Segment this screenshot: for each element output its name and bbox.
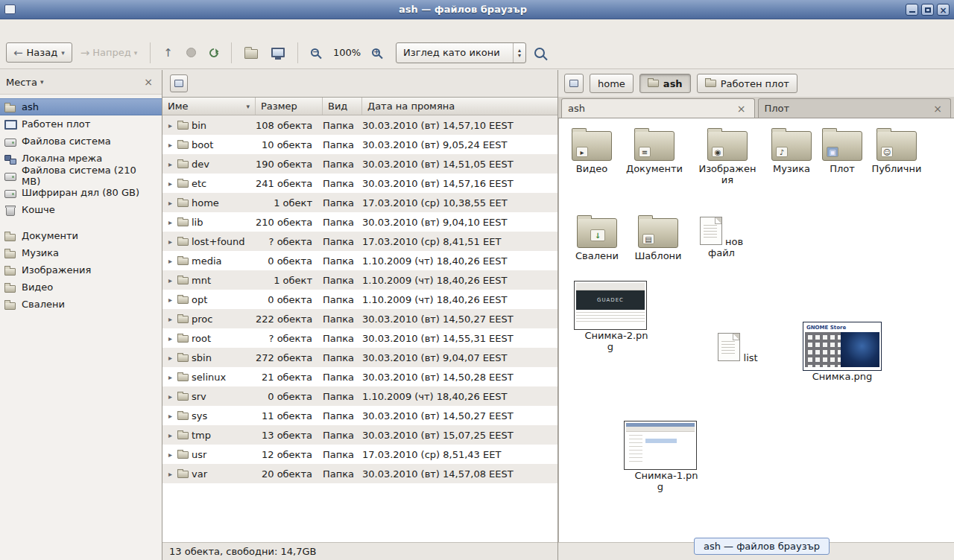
- file-row[interactable]: ▸ opt 0 обекта Папка 1.10.2009 (чт) 18,4…: [162, 290, 557, 309]
- close-button[interactable]: ×: [937, 4, 950, 16]
- expander-icon[interactable]: ▸: [166, 238, 174, 246]
- sidebar-item[interactable]: Файлова система (210 MB): [0, 167, 162, 184]
- expander-icon[interactable]: ▸: [166, 276, 174, 284]
- sidebar-item[interactable]: Кошче: [0, 201, 162, 218]
- folder-item-desktop[interactable]: Плот: [811, 131, 874, 174]
- file-row[interactable]: ▸ etc 241 обекта Папка 30.03.2010 (вт) 1…: [162, 174, 557, 193]
- expander-icon[interactable]: ▸: [166, 257, 174, 265]
- pane-tab[interactable]: ash ×: [561, 98, 755, 118]
- file-row[interactable]: ▸ bin 108 обекта Папка 30.03.2010 (вт) 1…: [162, 115, 557, 135]
- file-row[interactable]: ▸ selinux 21 обекта Папка 30.03.2010 (вт…: [162, 367, 557, 386]
- menu-item[interactable]: [16, 27, 30, 30]
- computer-button[interactable]: [266, 44, 290, 61]
- file-item-snimka-2[interactable]: GUADEC Снимка-2.png: [572, 281, 649, 352]
- menu-item[interactable]: [57, 27, 70, 30]
- file-row[interactable]: ▸ root ? обекта Папка 30.03.2010 (вт) 14…: [162, 328, 557, 348]
- folder-item-documents[interactable]: Документи: [623, 131, 686, 174]
- chevron-down-icon[interactable]: ▾: [40, 78, 141, 86]
- expander-icon[interactable]: ▸: [166, 121, 174, 130]
- zoom-out-button[interactable]: −: [306, 45, 327, 60]
- column-header-date[interactable]: Дата на промяна: [362, 98, 557, 115]
- folder-item-photos[interactable]: Изображения: [696, 131, 759, 185]
- file-row[interactable]: ▸ dev 190 обекта Папка 30.03.2010 (вт) 1…: [162, 154, 557, 174]
- folder-item-video[interactable]: Видео: [560, 131, 623, 174]
- sidebar-item[interactable]: Свалени: [0, 296, 162, 313]
- expander-icon[interactable]: ▸: [166, 373, 174, 381]
- expander-icon[interactable]: ▸: [166, 160, 174, 168]
- sidebar-item[interactable]: Документи: [0, 227, 162, 244]
- maximize-button[interactable]: [921, 4, 934, 16]
- up-button[interactable]: ↑: [158, 44, 178, 62]
- pane-tab-button[interactable]: [170, 74, 188, 92]
- expander-icon[interactable]: ▸: [166, 141, 174, 149]
- expander-icon[interactable]: ▸: [166, 199, 174, 207]
- spinner-arrows-icon[interactable]: ▴▾: [513, 43, 525, 63]
- search-button[interactable]: [529, 44, 553, 62]
- forward-button[interactable]: → Напред ▾: [75, 43, 143, 62]
- file-row[interactable]: ▸ lib 210 обекта Папка 30.03.2010 (вт) 9…: [162, 212, 557, 232]
- tab-close-icon[interactable]: ×: [735, 103, 748, 115]
- sidebar-item[interactable]: Видео: [0, 279, 162, 296]
- column-header-name[interactable]: Име ▾: [162, 98, 256, 115]
- back-button[interactable]: ← Назад ▾: [6, 42, 72, 63]
- tab-close-icon[interactable]: ×: [931, 103, 944, 115]
- expander-icon[interactable]: ▸: [166, 451, 174, 459]
- menu-item[interactable]: [70, 27, 83, 30]
- expander-icon[interactable]: ▸: [166, 334, 174, 343]
- expander-icon[interactable]: ▸: [166, 392, 174, 401]
- sidebar-item[interactable]: Изображения: [0, 261, 162, 279]
- column-header-size[interactable]: Размер: [256, 98, 323, 115]
- chevron-down-icon[interactable]: ▾: [61, 49, 65, 57]
- expander-icon[interactable]: ▸: [166, 412, 174, 420]
- path-button[interactable]: Работен плот: [697, 74, 797, 93]
- file-item-snimka[interactable]: GNOME Store Снимка.png: [801, 322, 883, 382]
- file-row[interactable]: ▸ media 0 обекта Папка 1.10.2009 (чт) 18…: [162, 251, 557, 270]
- minimize-button[interactable]: [906, 4, 918, 16]
- zoom-in-button[interactable]: +: [367, 45, 388, 60]
- file-row[interactable]: ▸ proc 222 обекта Папка 30.03.2010 (вт) …: [162, 309, 557, 328]
- stop-button[interactable]: [181, 44, 201, 61]
- file-row[interactable]: ▸ sbin 272 обекта Папка 30.03.2010 (вт) …: [162, 348, 557, 367]
- file-row[interactable]: ▸ usr 12 обекта Папка 17.03.2010 (ср) 8,…: [162, 445, 557, 464]
- folder-item-public[interactable]: Публични: [865, 131, 928, 174]
- folder-item-downloads[interactable]: Свалени: [566, 218, 628, 261]
- expander-icon[interactable]: ▸: [166, 431, 174, 439]
- sidebar-mode-select[interactable]: Места: [6, 77, 37, 88]
- sidebar-item[interactable]: ash: [0, 98, 162, 115]
- folder-item-templates[interactable]: Шаблони: [627, 218, 689, 261]
- file-row[interactable]: ▸ sys 11 обекта Папка 30.03.2010 (вт) 14…: [162, 406, 557, 425]
- menu-item[interactable]: [3, 27, 16, 30]
- menu-item[interactable]: [43, 27, 57, 30]
- file-row[interactable]: ▸ mnt 1 обект Папка 1.10.2009 (чт) 18,40…: [162, 270, 557, 290]
- path-button[interactable]: home: [590, 74, 634, 93]
- places-root-button[interactable]: [564, 74, 584, 93]
- expander-icon[interactable]: ▸: [166, 179, 174, 188]
- expander-icon[interactable]: ▸: [166, 218, 174, 226]
- sidebar-close-icon[interactable]: ×: [141, 76, 156, 88]
- pane-tab[interactable]: Плот ×: [758, 98, 952, 118]
- file-row[interactable]: ▸ home 1 обект Папка 17.03.2010 (ср) 10,…: [162, 193, 557, 212]
- sidebar-item[interactable]: Работен плот: [0, 115, 162, 133]
- expander-icon[interactable]: ▸: [166, 470, 174, 478]
- file-item-snimka-1[interactable]: Снимка-1.png: [622, 421, 699, 492]
- path-button[interactable]: ash: [639, 74, 691, 93]
- expander-icon[interactable]: ▸: [166, 354, 174, 362]
- reload-button[interactable]: [204, 45, 224, 61]
- file-item-new-file[interactable]: нов файл: [690, 217, 753, 258]
- file-row[interactable]: ▸ tmp 13 обекта Папка 30.03.2010 (вт) 15…: [162, 425, 557, 445]
- expander-icon[interactable]: ▸: [166, 296, 174, 304]
- titlebar[interactable]: ash — файлов браузър ×: [0, 0, 954, 19]
- sidebar-item[interactable]: Шифриран дял (80 GB): [0, 184, 162, 201]
- menu-item[interactable]: [30, 27, 43, 30]
- file-row[interactable]: ▸ var 20 обекта Папка 30.03.2010 (вт) 14…: [162, 464, 557, 483]
- column-header-type[interactable]: Вид: [323, 98, 362, 115]
- sidebar-item[interactable]: Музика: [0, 244, 162, 261]
- icon-view[interactable]: Видео Документи Изображения Музика Плот: [558, 118, 954, 542]
- file-row[interactable]: ▸ lost+found ? обекта Папка 17.03.2010 (…: [162, 232, 557, 251]
- view-mode-select[interactable]: Изглед като икони ▴▾: [396, 42, 526, 63]
- home-button[interactable]: [239, 43, 263, 63]
- sidebar-item[interactable]: Файлова система: [0, 133, 162, 150]
- file-row[interactable]: ▸ boot 10 обекта Папка 30.03.2010 (вт) 9…: [162, 135, 557, 154]
- file-row[interactable]: ▸ srv 0 обекта Папка 1.10.2009 (чт) 18,4…: [162, 386, 557, 406]
- expander-icon[interactable]: ▸: [166, 315, 174, 323]
